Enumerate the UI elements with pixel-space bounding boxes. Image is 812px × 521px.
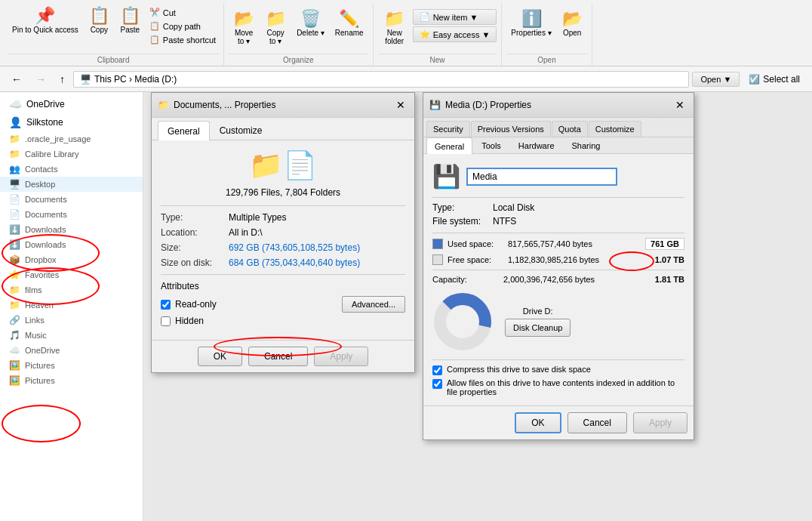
new-group: 📁 Newfolder 📄 New item ▼ ⭐ Easy access ▼… [374,3,503,66]
sidebar-item-documents1[interactable]: 📄 Documents [0,192,143,207]
tab-security[interactable]: Security [426,121,470,137]
pictures1-icon: 🖼️ [9,360,20,371]
sidebar-item-calibre[interactable]: 📁 Calibre Library [0,146,143,162]
hidden-checkbox[interactable] [161,316,171,326]
docs-cancel-button[interactable]: Cancel [248,347,308,366]
sidebar-item-documents2[interactable]: 📄 Documents [0,207,143,222]
sidebar-item-heaven[interactable]: 📁 Heaven [0,297,143,313]
capacity-size: 1.81 TB [655,275,684,284]
computer-icon: 🖥️ [80,74,91,85]
sidebar-item-music[interactable]: 🎵 Music [0,328,143,343]
sidebar-item-desktop[interactable]: 🖥️ Desktop [0,177,143,192]
media-properties-dialog: 💾 Media (D:) Properties ✕ Security Previ… [423,92,694,440]
index-checkbox[interactable] [432,379,442,389]
sidebar-item-onedrive[interactable]: ☁️ OneDrive [0,95,143,113]
sidebar-item-oracle[interactable]: 📁 .oracle_jre_usage [0,131,143,146]
new-item-button[interactable]: 📄 New item ▼ [413,9,497,25]
docs-ok-button[interactable]: OK [198,347,242,366]
drive-name-input[interactable] [466,168,617,186]
up-button[interactable]: ↑ [54,71,70,88]
easy-access-button[interactable]: ⭐ Easy access ▼ [413,26,497,42]
tab-customize[interactable]: Customize [210,121,272,140]
onedrive2-icon: ☁️ [9,345,20,356]
paste-button[interactable]: 📋 Paste [115,3,145,37]
media-dialog-close-button[interactable]: ✕ [672,97,687,113]
tab-hardware[interactable]: Hardware [510,137,563,153]
documents-properties-dialog: 📁 Documents, ... Properties ✕ General Cu… [151,92,415,373]
tab-general2[interactable]: General [426,137,472,154]
advanced-button[interactable]: Advanced... [342,296,405,313]
rename-button[interactable]: ✏️ Rename [331,6,368,40]
downloads2-icon: ⬇️ [9,239,20,250]
media-ok-button[interactable]: OK [515,412,561,433]
pin-icon: 📌 [35,6,55,26]
open-ribbon-button[interactable]: 📂 Open [558,6,587,40]
clipboard-group-label: Clipboard [8,54,219,66]
copy-to-button[interactable]: 📁 Copyto ▾ [260,6,291,48]
move-to-button[interactable]: 📂 Moveto ▾ [229,6,259,48]
address-bar: ← → ↑ 🖥️ This PC › Media (D:) Open ▼ ☑️ … [0,66,812,92]
open-group-label: Open [506,54,586,66]
tab-sharing[interactable]: Sharing [564,137,609,153]
downloads1-icon: ⬇️ [9,224,20,235]
type-value: Multiple Types [229,212,286,223]
open-dropdown-button[interactable]: Open ▼ [692,72,740,87]
tab-tools[interactable]: Tools [473,137,509,153]
cut-button[interactable]: ✂️Cut [146,6,219,19]
sidebar-item-contacts[interactable]: 👥 Contacts [0,162,143,177]
copy-icon: 📋 [89,6,109,26]
docs-tab-bar: General Customize [152,118,414,140]
tab-quota[interactable]: Quota [552,121,588,137]
paste-icon: 📋 [120,6,140,26]
paste-shortcut-icon: 📋 [149,35,160,45]
desktop-icon: 🖥️ [9,179,20,190]
sidebar-item-pictures2[interactable]: 🖼️ Pictures [0,373,143,388]
fs-label: File system: [432,216,493,227]
sidebar-item-dropbox[interactable]: 📦 Dropbox [0,252,143,267]
media-tabs-bottom: General Tools Hardware Sharing [423,137,694,154]
copy-button[interactable]: 📋 Copy [85,3,114,37]
move-to-icon: 📂 [234,9,254,29]
capacity-bytes: 2,000,396,742,656 bytes [503,275,655,284]
back-button[interactable]: ← [6,71,27,88]
tab-customize2[interactable]: Customize [589,121,641,137]
sidebar-item-downloads2[interactable]: ⬇️ Downloads [0,237,143,252]
media-dialog-title: 💾 Media (D:) Properties [429,100,531,110]
forward-button[interactable]: → [30,71,51,88]
properties-icon: ℹ️ [521,9,542,29]
sidebar-item-onedrive2[interactable]: ☁️ OneDrive [0,343,143,358]
compress-checkbox[interactable] [432,365,442,375]
sidebar-item-downloads1[interactable]: ⬇️ Downloads [0,222,143,237]
sidebar-item-user[interactable]: 👤 Silkstone [0,113,143,131]
sidebar-item-favorites[interactable]: ⭐ Favorites [0,267,143,282]
docs-dialog-buttons: OK Cancel Apply [152,340,414,372]
new-group-label: New [378,54,497,66]
paste-shortcut-button[interactable]: 📋Paste shortcut [146,33,219,46]
tab-general[interactable]: General [158,121,210,140]
address-path[interactable]: 🖥️ This PC › Media (D:) [73,71,689,88]
organize-group-label: Organize [229,54,368,66]
compress-label: Compress this drive to save disk space [447,365,591,374]
sidebar-item-pictures1[interactable]: 🖼️ Pictures [0,358,143,373]
delete-button[interactable]: 🗑️ Delete ▾ [292,6,329,40]
select-all-button[interactable]: ☑️ Select all [743,72,806,87]
media-cancel-button[interactable]: Cancel [567,412,627,433]
type-label2: Type: [432,202,493,213]
pin-to-quick-access-button[interactable]: 📌 Pin to Quick access [8,3,83,38]
calibre-icon: 📁 [9,149,20,159]
music-icon: 🎵 [9,330,20,341]
copy-path-button[interactable]: 📋Copy path [146,20,219,32]
new-folder-button[interactable]: 📁 Newfolder [378,6,411,48]
properties-button[interactable]: ℹ️ Properties ▾ [506,6,555,40]
new-folder-icon: 📁 [384,9,404,29]
easy-access-icon: ⭐ [420,29,430,39]
docs-apply-button[interactable]: Apply [314,347,368,366]
disk-cleanup-button[interactable]: Disk Cleanup [505,319,571,337]
media-apply-button[interactable]: Apply [633,412,687,433]
sidebar-item-films[interactable]: 📁 films [0,282,143,297]
docs-title-icon: 📁 [158,100,169,110]
docs-dialog-close-button[interactable]: ✕ [393,97,408,113]
tab-previous-versions[interactable]: Previous Versions [471,121,551,137]
readonly-checkbox[interactable] [161,300,171,310]
sidebar-item-links[interactable]: 🔗 Links [0,313,143,328]
